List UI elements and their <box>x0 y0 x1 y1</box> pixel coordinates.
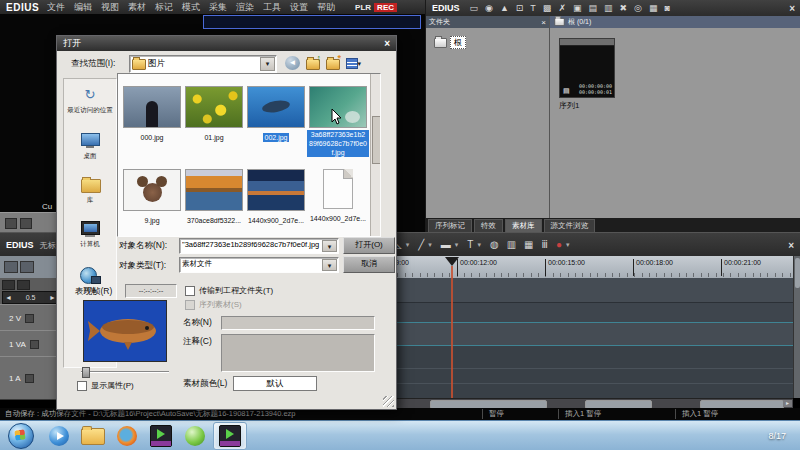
start-button[interactable] <box>8 423 34 449</box>
timeline-corner-button[interactable] <box>4 261 18 273</box>
checkbox-box[interactable] <box>185 286 195 296</box>
chevron-down-icon[interactable]: ▾ <box>477 238 481 252</box>
file-item[interactable]: 1440x900_2d7e... <box>307 169 369 227</box>
search-icon[interactable]: ◉ <box>485 1 493 15</box>
place-desktop[interactable]: 桌面 <box>64 131 116 160</box>
look-in-combobox[interactable]: 图片 ▾ <box>129 55 277 73</box>
chevron-down-icon[interactable]: ▾ <box>406 238 410 252</box>
menu-view[interactable]: 视图 <box>101 1 119 14</box>
close-icon[interactable]: × <box>789 3 795 14</box>
tab-sequence-marker[interactable]: 序列标记 <box>428 219 472 232</box>
track-header-1a[interactable]: 1 A <box>0 356 57 400</box>
track-toggle[interactable] <box>25 374 34 383</box>
taskbar-item-edius[interactable] <box>145 423 177 449</box>
track-toggle[interactable] <box>25 314 34 323</box>
file-item[interactable]: 370ace8df5322... <box>183 169 245 229</box>
menu-settings[interactable]: 设置 <box>290 1 308 14</box>
poster-frame-timecode[interactable]: --:--:--:-- <box>125 284 177 298</box>
paste-icon[interactable]: ▤ <box>588 1 597 15</box>
playhead-handle[interactable] <box>445 257 459 273</box>
file-list-scrollbar[interactable] <box>370 74 380 236</box>
name-field[interactable] <box>221 316 375 330</box>
back-icon[interactable]: ◄ <box>285 56 300 70</box>
tab-bin[interactable]: 素材库 <box>505 219 542 232</box>
menu-marker[interactable]: 标记 <box>155 1 173 14</box>
taskbar-item-explorer[interactable] <box>77 423 109 449</box>
cut-icon[interactable]: ✗ <box>558 1 566 15</box>
system-tray[interactable]: 8/17 <box>768 421 800 450</box>
chevron-down-icon[interactable]: ▾ <box>322 259 337 271</box>
menu-clip[interactable]: 素材 <box>128 1 146 14</box>
trim-icon[interactable]: ╱ <box>418 238 424 252</box>
file-item[interactable]: 9.jpg <box>121 169 183 229</box>
track-mini-button[interactable] <box>17 280 30 290</box>
up-one-level-icon[interactable]: ↑ <box>305 56 320 70</box>
sequence-clip[interactable]: ▤ 00:00:00:00 00:00:00:01 <box>559 38 615 98</box>
timeline-vertical-scrollbar[interactable] <box>793 256 800 398</box>
menu-render[interactable]: 渲染 <box>236 1 254 14</box>
dialog-titlebar[interactable]: 打开 × <box>57 36 396 51</box>
view-mode-icon[interactable]: ▦ <box>649 1 658 15</box>
scrollbar-thumb[interactable] <box>372 116 381 164</box>
audio-mixer-icon[interactable]: ⅲ <box>542 238 548 252</box>
default-color-button[interactable]: 默认 <box>233 376 317 391</box>
place-recent[interactable]: ↻ 最近访问的位置 <box>64 85 116 114</box>
record-icon[interactable]: ● <box>556 238 562 252</box>
monitor-button[interactable] <box>5 218 17 229</box>
timeline-corner-button[interactable] <box>20 261 34 273</box>
add-title-icon[interactable]: T <box>467 238 473 252</box>
capture-icon[interactable]: ◙ <box>664 1 669 15</box>
timeline-zoom-stepper[interactable]: ◄ 0.5 ► <box>2 291 59 304</box>
close-icon[interactable]: × <box>541 18 546 27</box>
add-title-icon[interactable]: T <box>530 1 536 15</box>
transition-icon[interactable]: ▬ <box>441 238 451 252</box>
place-computer[interactable]: 计算机 <box>64 219 116 248</box>
track-header-2v[interactable]: 2 V <box>0 304 57 332</box>
poster-frame-slider[interactable] <box>81 367 169 376</box>
track-header-1va[interactable]: 1 VA <box>0 330 57 358</box>
file-item[interactable]: 01.jpg <box>183 86 245 146</box>
up-one-level-icon[interactable]: ▲ <box>500 1 509 15</box>
import-icon[interactable]: ⊡ <box>516 1 524 15</box>
scrollbar-thumb[interactable] <box>795 258 800 288</box>
scroll-right-icon[interactable]: ▸ <box>783 400 792 407</box>
delete-icon[interactable]: ✖ <box>619 1 627 15</box>
menu-mode[interactable]: 模式 <box>182 1 200 14</box>
voiceover-icon[interactable]: ◍ <box>490 238 499 252</box>
menu-help[interactable]: 帮助 <box>317 1 335 14</box>
cancel-button[interactable]: 取消 <box>343 256 395 273</box>
chevron-down-icon[interactable]: ▾ <box>260 57 275 71</box>
show-properties-checkbox[interactable]: 显示属性(P) <box>77 380 134 391</box>
resize-grip-icon[interactable] <box>383 396 394 407</box>
chevron-down-icon[interactable]: ▾ <box>455 238 459 252</box>
file-type-combobox[interactable]: 素材文件 ▾ <box>179 257 339 273</box>
clip-marker-icon[interactable]: ▥ <box>507 238 516 252</box>
place-libraries[interactable]: 库 <box>64 175 116 204</box>
file-item[interactable]: 1440x900_2d7e... <box>245 169 307 229</box>
track-toggle[interactable] <box>30 340 39 349</box>
track-mini-button[interactable] <box>2 280 15 290</box>
close-icon[interactable]: × <box>788 240 794 251</box>
new-folder-icon[interactable]: ▭ <box>470 1 479 15</box>
copy-icon[interactable]: ▣ <box>573 1 582 15</box>
menu-file[interactable]: 文件 <box>47 1 65 14</box>
taskbar-item-media-player[interactable] <box>43 423 75 449</box>
open-button[interactable]: 打开(O) <box>343 237 395 254</box>
menu-tools[interactable]: 工具 <box>263 1 281 14</box>
menu-edit[interactable]: 编辑 <box>74 1 92 14</box>
sync-icon[interactable]: ◎ <box>634 1 642 15</box>
close-icon[interactable]: × <box>384 38 390 49</box>
open-in-player-icon[interactable]: ▥ <box>604 1 613 15</box>
zoom-increase-icon[interactable]: ► <box>49 294 56 301</box>
taskbar-item-firefox[interactable] <box>111 423 143 449</box>
grid-icon[interactable]: ▦ <box>524 238 533 252</box>
add-clip-icon[interactable]: ▩ <box>543 1 552 15</box>
taskbar-item-browser[interactable] <box>179 423 211 449</box>
file-name-input[interactable]: "3a68ff27363e1b289f69628c7b7f0e0f.jpg ▾ <box>179 238 339 254</box>
monitor-button[interactable] <box>20 218 32 229</box>
view-menu-icon[interactable]: ▾ <box>345 56 360 70</box>
tab-effects[interactable]: 特效 <box>474 219 503 232</box>
slider-knob[interactable] <box>82 367 90 378</box>
file-item[interactable]: 000.jpg <box>121 86 183 146</box>
taskbar-item-edius-active[interactable] <box>213 422 247 450</box>
